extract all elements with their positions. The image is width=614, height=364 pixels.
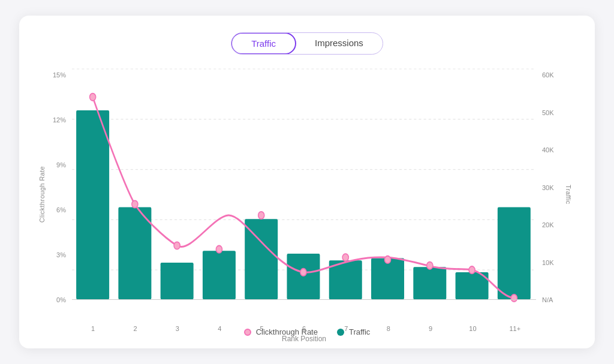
bar-1 xyxy=(76,110,109,299)
x-axis-title: Rank Position xyxy=(72,335,536,343)
y-axis-right: 60K 50K 40K 30K 20K 10K N/A xyxy=(536,69,565,320)
bar-2 xyxy=(118,207,151,299)
x-axis-labels: 1 2 3 4 5 6 7 8 9 10 11+ xyxy=(72,325,536,332)
tab-impressions[interactable]: Impressions xyxy=(296,33,383,54)
dot-10 xyxy=(469,266,475,273)
bar-8 xyxy=(371,258,404,299)
bar-11plus xyxy=(498,207,531,299)
dot-2 xyxy=(132,200,138,207)
dot-5 xyxy=(258,212,264,219)
dot-11 xyxy=(511,294,517,302)
plot-container: 1 2 3 4 5 6 7 8 9 10 11+ Rank Position xyxy=(72,69,536,320)
dot-6 xyxy=(300,269,306,276)
dot-7 xyxy=(342,254,348,261)
chart-inner: Clickthrough Rate 15% 12% 9% 6% 3% 0% xyxy=(38,69,576,320)
main-card: Traffic Impressions Clickthrough Rate 15… xyxy=(19,16,595,348)
y-axis-left-label: Clickthrough Rate xyxy=(38,166,46,222)
chart-area: Clickthrough Rate 15% 12% 9% 6% 3% 0% xyxy=(38,69,576,320)
dot-4 xyxy=(216,246,222,253)
dot-3 xyxy=(174,242,180,249)
chart-svg xyxy=(72,69,536,320)
dot-9 xyxy=(427,262,433,269)
bar-4 xyxy=(203,251,236,299)
bar-9 xyxy=(413,267,446,299)
tab-traffic[interactable]: Traffic xyxy=(231,32,296,55)
dot-1 xyxy=(90,94,96,101)
y-axis-left: 15% 12% 9% 6% 3% 0% xyxy=(49,69,72,320)
dot-8 xyxy=(384,256,390,263)
tab-group: Traffic Impressions xyxy=(231,32,383,55)
bar-3 xyxy=(161,263,194,300)
y-axis-right-label: Traffic xyxy=(565,185,572,204)
bar-6 xyxy=(287,254,320,299)
